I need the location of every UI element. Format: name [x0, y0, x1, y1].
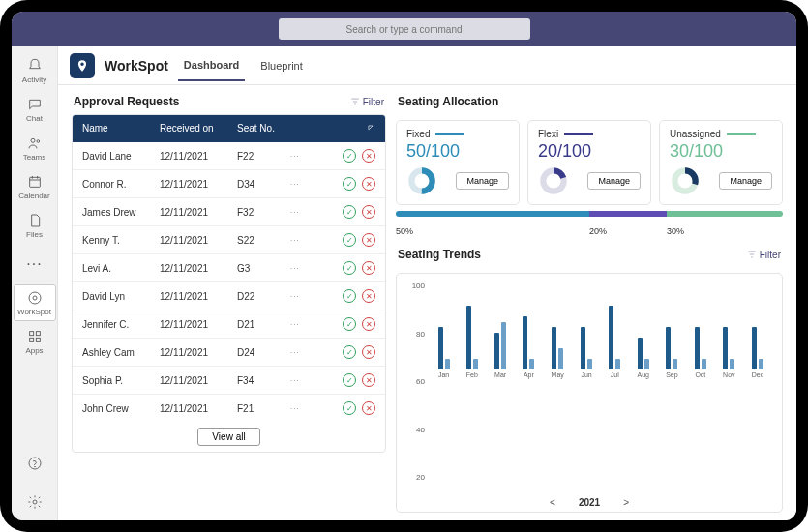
manage-fixed-button[interactable]: Manage — [456, 172, 509, 190]
rail-teams[interactable]: Teams — [14, 130, 56, 166]
bar-group: Jun — [581, 284, 592, 378]
accent-line — [564, 133, 593, 135]
manage-unassigned-button[interactable]: Manage — [719, 172, 772, 190]
cell-name: Jennifer C. — [82, 319, 160, 330]
table-row: Ashley Cam 12/11/2021 D24 ··· ✓ ✕ — [73, 339, 385, 367]
reject-button[interactable]: ✕ — [362, 289, 375, 303]
reject-button[interactable]: ✕ — [362, 317, 375, 331]
cell-seat: G3 — [237, 263, 290, 274]
approve-button[interactable]: ✓ — [343, 373, 356, 387]
rail-help[interactable] — [14, 445, 56, 482]
col-name: Name — [82, 123, 160, 134]
svg-rect-7 — [29, 338, 33, 341]
approve-button[interactable]: ✓ — [343, 149, 356, 163]
row-more-button[interactable]: ··· — [290, 208, 314, 217]
trends-chart: 10080604020 JanFebMarAprMayJunJulAugSepO… — [396, 273, 783, 513]
table-header: Name Received on Seat No. — [73, 115, 385, 142]
bar-group: Nov — [723, 284, 734, 378]
reject-button[interactable]: ✕ — [362, 373, 375, 387]
apps-icon — [27, 329, 43, 344]
app-name: WorkSpot — [105, 58, 168, 74]
rail-calendar[interactable]: Calendar — [14, 168, 56, 205]
row-more-button[interactable]: ··· — [290, 180, 314, 189]
x-label: May — [552, 371, 564, 378]
x-label: Dec — [752, 371, 763, 378]
row-more-button[interactable]: ··· — [290, 292, 314, 301]
rail-more[interactable]: ··· — [14, 246, 56, 282]
next-year-button[interactable]: > — [623, 497, 629, 508]
rail-apps[interactable]: Apps — [14, 323, 56, 360]
export-icon — [366, 123, 375, 133]
reject-button[interactable]: ✕ — [362, 177, 375, 191]
rail-activity[interactable]: Activity — [14, 52, 56, 89]
cell-seat: F21 — [237, 403, 290, 414]
table-row: Kenny T. 12/11/2021 S22 ··· ✓ ✕ — [73, 226, 385, 254]
filter-icon — [350, 97, 360, 106]
reject-button[interactable]: ✕ — [362, 401, 375, 415]
rail-workspot[interactable]: WorkSpot — [14, 284, 56, 321]
approval-filter-button[interactable]: Filter — [350, 97, 384, 107]
cell-seat: F34 — [237, 375, 290, 386]
cell-name: Kenny T. — [82, 235, 160, 246]
trends-filter-button[interactable]: Filter — [747, 250, 781, 260]
prev-year-button[interactable]: < — [550, 497, 555, 508]
card-unassigned: Unassigned 30/100 Manage — [659, 120, 783, 205]
cell-seat: D21 — [237, 319, 290, 330]
reject-button[interactable]: ✕ — [362, 205, 375, 219]
cell-date: 12/11/2021 — [160, 319, 237, 330]
approve-button[interactable]: ✓ — [343, 401, 356, 415]
bar-group: Jul — [609, 284, 620, 378]
bar-group: May — [552, 284, 564, 378]
side-rail: Activity Chat Teams Calendar Files — [12, 46, 58, 520]
approve-button[interactable]: ✓ — [343, 317, 356, 331]
rail-files[interactable]: Files — [14, 207, 56, 244]
row-more-button[interactable]: ··· — [290, 376, 314, 385]
table-row: David Lane 12/11/2021 F22 ··· ✓ ✕ — [73, 142, 385, 170]
approve-button[interactable]: ✓ — [343, 177, 356, 191]
tab-blueprint[interactable]: Blueprint — [254, 50, 308, 80]
export-button[interactable] — [366, 123, 375, 134]
row-more-button[interactable]: ··· — [290, 320, 314, 329]
x-label: Jan — [438, 371, 449, 378]
rail-label: Chat — [26, 114, 43, 123]
approve-button[interactable]: ✓ — [343, 289, 356, 303]
table-row: James Drew 12/11/2021 F32 ··· ✓ ✕ — [73, 198, 385, 226]
cell-date: 12/11/2021 — [160, 263, 237, 274]
tab-dashboard[interactable]: Dashboard — [178, 49, 245, 81]
approval-table: Name Received on Seat No. David Lane 12/… — [72, 114, 386, 453]
reject-button[interactable]: ✕ — [362, 149, 375, 163]
approve-button[interactable]: ✓ — [343, 205, 356, 219]
manage-flexi-button[interactable]: Manage — [587, 172, 641, 190]
svg-point-10 — [34, 466, 35, 467]
svg-rect-6 — [36, 331, 40, 335]
reject-button[interactable]: ✕ — [362, 233, 375, 247]
row-more-button[interactable]: ··· — [290, 404, 314, 413]
row-more-button[interactable]: ··· — [290, 152, 314, 161]
current-year: 2021 — [579, 497, 600, 508]
rail-label: WorkSpot — [17, 308, 51, 316]
cell-date: 12/11/2021 — [160, 291, 237, 302]
svg-point-3 — [29, 292, 41, 304]
cell-seat: S22 — [237, 235, 290, 246]
rail-settings[interactable] — [14, 484, 56, 520]
cell-seat: D34 — [237, 179, 290, 190]
row-more-button[interactable]: ··· — [290, 348, 314, 357]
approve-button[interactable]: ✓ — [343, 261, 356, 275]
row-more-button[interactable]: ··· — [290, 236, 314, 245]
cell-name: Sophia P. — [82, 375, 160, 386]
search-input[interactable] — [279, 18, 530, 40]
rail-chat[interactable]: Chat — [14, 91, 56, 128]
cell-name: Connor R. — [82, 179, 160, 190]
card-value: 50/100 — [406, 141, 509, 162]
chat-icon — [27, 97, 43, 112]
reject-button[interactable]: ✕ — [362, 261, 375, 275]
row-more-button[interactable]: ··· — [290, 264, 314, 273]
view-all-button[interactable]: View all — [197, 428, 259, 446]
cell-date: 12/11/2021 — [160, 207, 237, 218]
x-label: Feb — [466, 371, 478, 378]
approve-button[interactable]: ✓ — [343, 233, 356, 247]
reject-button[interactable]: ✕ — [362, 345, 375, 359]
x-label: Jun — [581, 371, 591, 378]
cell-seat: F22 — [237, 151, 290, 162]
approve-button[interactable]: ✓ — [343, 345, 356, 359]
